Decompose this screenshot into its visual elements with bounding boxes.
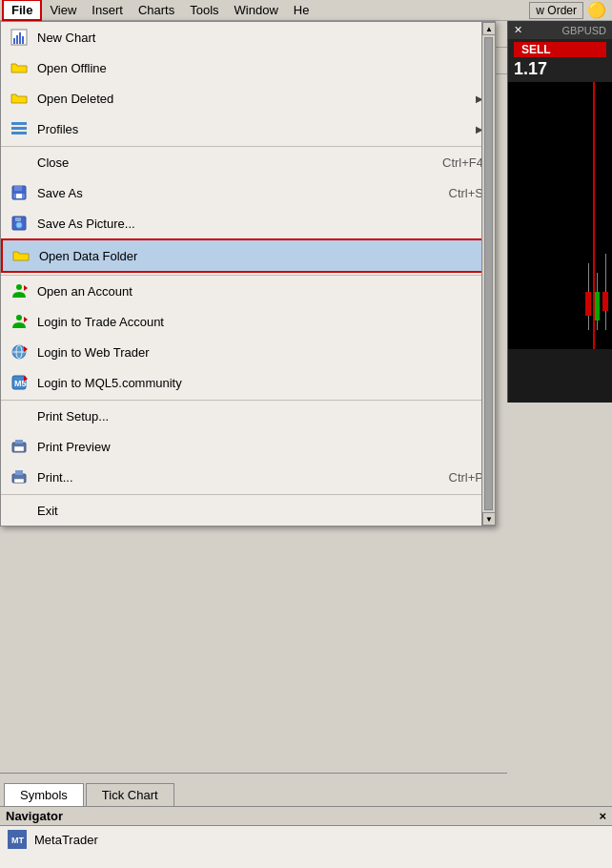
file-dropdown-menu: New Chart Open Offline Open Deleted ▶ Pr… [0,21,496,527]
profiles-icon [9,118,30,139]
menu-item-view[interactable]: View [42,1,84,19]
svg-point-47 [16,284,22,290]
login-mql5-label: Login to MQL5.community [37,376,483,390]
login-web-icon [9,341,30,362]
menu-open-offline[interactable]: Open Offline [1,52,495,83]
open-account-icon [9,280,30,301]
svg-text:MT: MT [11,836,24,845]
menu-open-account[interactable]: Open an Account [1,275,495,306]
scroll-thumb[interactable] [484,37,493,510]
scroll-up[interactable]: ▲ [482,22,496,35]
menu-login-web[interactable]: Login to Web Trader [1,337,495,367]
menu-print-setup[interactable]: Print Setup... [1,400,495,431]
login-web-label: Login to Web Trader [37,345,483,360]
new-chart-label: New Chart [37,31,483,45]
menu-save-as[interactable]: Save As Ctrl+S [1,177,495,208]
bottom-tabs: Symbols Tick Chart [0,773,507,806]
print-label: Print... [37,470,430,485]
save-picture-label: Save As Picture... [37,217,483,231]
navigator-title: Navigator [6,809,63,823]
exit-icon [9,500,30,521]
menu-item-window[interactable]: Window [227,1,286,19]
menu-close[interactable]: Close Ctrl+F4 [1,146,495,177]
close-label: Close [37,155,423,170]
save-picture-icon [9,213,30,234]
svg-rect-62 [15,470,23,475]
save-as-label: Save As [37,186,430,200]
sell-badge[interactable]: SELL [514,42,606,57]
login-mql5-icon: M5 [9,372,30,393]
panel-symbol: GBPUSD [562,25,606,36]
mini-chart [508,82,612,349]
gold-icon: 🟡 [587,1,606,19]
data-folder-icon [10,245,31,266]
menu-login-trade[interactable]: Login to Trade Account [1,306,495,337]
close-panel-btn[interactable]: ✕ [514,24,522,36]
login-trade-icon [9,311,30,332]
new-order-button[interactable]: w Order [529,2,583,19]
menu-exit[interactable]: Exit [1,494,495,526]
print-icon [9,466,30,487]
tab-tick-chart[interactable]: Tick Chart [86,783,174,806]
print-preview-label: Print Preview [37,440,483,454]
open-deleted-label: Open Deleted [37,92,476,106]
svg-marker-48 [24,285,28,291]
save-as-icon [9,182,30,203]
new-chart-icon [9,27,30,48]
open-data-folder-label: Open Data Folder [39,249,481,263]
close-shortcut: Ctrl+F4 [442,155,483,170]
price-line [593,82,595,349]
svg-rect-35 [19,32,21,44]
right-panel: ✕ GBPUSD SELL 1.17 [507,21,612,403]
price-display: 1.17 [514,57,606,79]
menu-save-as-picture[interactable]: Save As Picture... [1,208,495,238]
print-shortcut: Ctrl+P [449,470,483,485]
menu-print[interactable]: Print... Ctrl+P [1,462,495,492]
svg-rect-43 [16,194,22,198]
menu-open-data-folder[interactable]: Open Data Folder [1,238,495,273]
navigator-content: MT MetaTrader [0,826,612,853]
menu-item-help[interactable]: He [286,1,317,19]
right-panel-header: ✕ GBPUSD [508,21,612,39]
print-setup-icon [9,405,30,426]
exit-label: Exit [37,504,483,518]
open-offline-label: Open Offline [37,61,483,75]
svg-rect-38 [11,127,27,130]
menu-item-tools[interactable]: Tools [182,1,226,19]
menu-item-insert[interactable]: Insert [84,1,131,19]
svg-point-46 [16,222,22,228]
tab-symbols[interactable]: Symbols [4,783,84,806]
svg-rect-41 [14,186,22,191]
open-account-label: Open an Account [37,284,483,299]
svg-rect-59 [15,440,23,444]
close-icon [9,152,30,173]
menu-item-charts[interactable]: Charts [131,1,182,19]
sell-area: SELL 1.17 [508,39,612,82]
print-preview-icon [9,436,30,457]
svg-rect-39 [11,132,27,134]
scroll-down[interactable]: ▼ [482,512,496,526]
profiles-label: Profiles [37,122,476,136]
metatrader-icon: MT [8,830,27,849]
menu-profiles[interactable]: Profiles ▶ [1,114,495,144]
menu-item-file[interactable]: File [2,0,42,21]
svg-point-49 [16,315,22,320]
svg-rect-63 [14,479,24,483]
navigator-close-btn[interactable]: × [599,809,606,823]
menu-login-mql5[interactable]: M5 Login to MQL5.community [1,367,495,398]
save-as-shortcut: Ctrl+S [449,186,483,200]
dropdown-scrollbar[interactable]: ▲ ▼ [481,22,495,526]
svg-rect-60 [14,446,24,451]
login-trade-label: Login to Trade Account [37,315,483,329]
navigator-metatrader-label: MetaTrader [34,833,98,847]
svg-rect-37 [11,122,27,125]
svg-rect-33 [13,38,15,44]
menu-new-chart[interactable]: New Chart [1,22,495,52]
svg-rect-34 [16,35,18,44]
print-setup-label: Print Setup... [37,409,483,424]
navigator-header: Navigator × [0,807,612,826]
svg-rect-36 [22,36,24,44]
open-offline-icon [9,57,30,78]
menu-open-deleted[interactable]: Open Deleted ▶ [1,83,495,114]
menu-print-preview[interactable]: Print Preview [1,431,495,462]
